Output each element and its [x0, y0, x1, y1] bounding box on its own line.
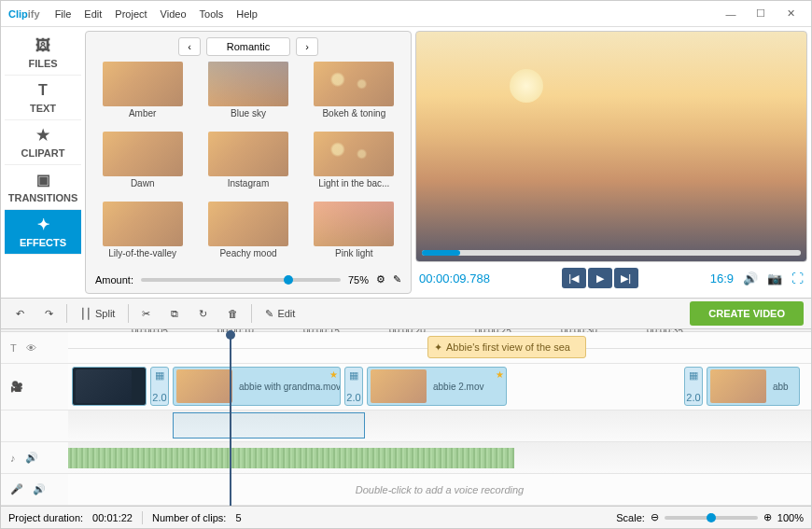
cut-button[interactable]: ✂ — [134, 304, 158, 324]
redo-button[interactable]: ↷ — [37, 304, 61, 324]
menu-help[interactable]: Help — [236, 8, 258, 20]
playhead[interactable] — [230, 332, 231, 506]
text-clip-icon: ✦ — [434, 341, 442, 354]
effect-thumb[interactable]: Blue sky — [197, 62, 299, 128]
maximize-button[interactable]: ☐ — [748, 5, 774, 23]
transition-clip[interactable]: 2.0 — [150, 367, 169, 406]
sidebar-transitions[interactable]: ▣TRANSITIONS — [5, 165, 81, 210]
scale-slider[interactable] — [665, 516, 758, 520]
sidebar-effects[interactable]: ✦EFFECTS — [5, 210, 81, 255]
effect-thumb[interactable]: Peachy mood — [197, 202, 299, 268]
video-clip[interactable]: abbie with grandma.mov★ — [173, 367, 341, 406]
text-track-icon: T — [10, 342, 17, 354]
clips-label: Number of clips: — [152, 512, 226, 523]
preview-seekbar[interactable] — [422, 250, 801, 256]
settings-icon[interactable]: ⚙ — [376, 273, 385, 285]
menu-edit[interactable]: Edit — [84, 8, 102, 20]
menu-project[interactable]: Project — [115, 8, 147, 20]
undo-button[interactable]: ↶ — [8, 304, 32, 324]
amount-value: 75% — [348, 274, 369, 285]
duration-value: 00:01:22 — [92, 512, 133, 523]
effect-thumb[interactable]: Lily-of-the-valley — [91, 202, 193, 268]
duration-label: Project duration: — [8, 512, 83, 523]
effect-thumb[interactable]: Pink light — [303, 202, 405, 268]
star-icon: ★ — [329, 369, 338, 380]
app-logo: Clipify — [8, 7, 40, 21]
category-name[interactable]: Romantic — [206, 37, 290, 56]
video-clip[interactable]: abb — [707, 367, 800, 406]
fullscreen-icon[interactable]: ⛶ — [791, 271, 804, 285]
zoom-in-button[interactable]: ⊕ — [763, 511, 772, 523]
wand-icon: ✦ — [37, 216, 49, 233]
play-button[interactable]: ▶ — [588, 268, 612, 288]
video-clip[interactable]: abbie 2.mov★ — [367, 367, 507, 406]
amount-label: Amount: — [95, 274, 133, 285]
menu-tools[interactable]: Tools — [200, 8, 224, 20]
selection-box[interactable] — [173, 412, 365, 439]
music-icon: ♪ — [10, 452, 16, 464]
snapshot-icon[interactable]: 📷 — [767, 271, 782, 285]
menu-bar: File Edit Project Video Tools Help — [55, 8, 258, 20]
video-clip[interactable] — [72, 367, 147, 406]
crop-button[interactable]: ⧉ — [163, 304, 186, 324]
close-button[interactable]: ✕ — [777, 5, 804, 23]
zoom-out-button[interactable]: ⊖ — [651, 511, 659, 523]
menu-video[interactable]: Video — [161, 8, 187, 20]
apply-wand-icon[interactable]: ✎ — [393, 273, 401, 285]
effect-thumb[interactable]: Amber — [91, 62, 193, 128]
aspect-ratio-label[interactable]: 16:9 — [710, 271, 734, 285]
text-clip[interactable]: ✦Abbie's first view of the sea — [427, 336, 586, 358]
preview-timecode: 00:00:09.788 — [419, 271, 490, 285]
volume-icon[interactable]: 🔊 — [743, 271, 758, 285]
sidebar-files[interactable]: 🖼FILES — [5, 31, 81, 76]
scale-label: Scale: — [616, 512, 645, 523]
effect-thumb[interactable]: Bokeh & toning — [303, 62, 405, 128]
delete-button[interactable]: 🗑 — [220, 304, 245, 323]
split-button[interactable]: ⎮⎮ Split — [73, 304, 122, 324]
transition-clip[interactable]: 2.0 — [684, 367, 703, 406]
volume-icon[interactable]: 🔊 — [33, 483, 46, 495]
effect-thumb[interactable]: Dawn — [91, 132, 193, 198]
sidebar-clipart[interactable]: ★CLIPART — [5, 120, 81, 165]
video-track: 🎥 2.0 abbie with grandma.mov★ 2.0 abbie … — [1, 364, 811, 411]
preview-viewport[interactable] — [415, 31, 807, 262]
effect-thumb[interactable]: Light in the bac... — [303, 132, 405, 198]
category-next-button[interactable]: › — [296, 37, 318, 56]
mic-icon: 🎤 — [10, 483, 23, 495]
star-icon: ★ — [36, 126, 49, 144]
clips-value: 5 — [235, 512, 241, 523]
audio-track: ♪🔊 — [1, 442, 811, 474]
minimize-button[interactable]: — — [718, 5, 744, 23]
text-track: T👁 ✦Abbie's first view of the sea — [1, 332, 811, 364]
text-icon: T — [38, 82, 48, 99]
prev-frame-button[interactable]: |◀ — [562, 268, 586, 288]
image-icon: 🖼 — [35, 37, 50, 54]
amount-slider[interactable] — [141, 278, 341, 282]
effects-track — [1, 411, 811, 442]
sidebar-text[interactable]: TTEXT — [5, 76, 81, 120]
layers-icon: ▣ — [36, 171, 50, 188]
camera-icon: 🎥 — [10, 381, 23, 393]
voice-hint: Double-click to add a voice recording — [356, 484, 524, 495]
next-frame-button[interactable]: ▶| — [614, 268, 638, 288]
transition-clip[interactable]: 2.0 — [344, 367, 363, 406]
voice-track[interactable]: 🎤🔊 Double-click to add a voice recording — [1, 474, 811, 506]
star-icon: ★ — [496, 369, 504, 380]
visibility-icon[interactable]: 👁 — [26, 342, 36, 354]
effect-thumb[interactable]: Instagram — [197, 132, 299, 198]
rotate-button[interactable]: ↻ — [191, 304, 215, 324]
scale-value: 100% — [777, 512, 804, 523]
volume-icon[interactable]: 🔊 — [25, 452, 38, 464]
menu-file[interactable]: File — [55, 8, 72, 20]
edit-button[interactable]: ✎ Edit — [258, 304, 302, 324]
category-prev-button[interactable]: ‹ — [178, 37, 201, 56]
effects-panel: ‹ Romantic › Amber Blue sky Bokeh & toni… — [85, 31, 412, 294]
create-video-button[interactable]: CREATE VIDEO — [690, 301, 804, 326]
audio-waveform[interactable] — [68, 448, 514, 468]
